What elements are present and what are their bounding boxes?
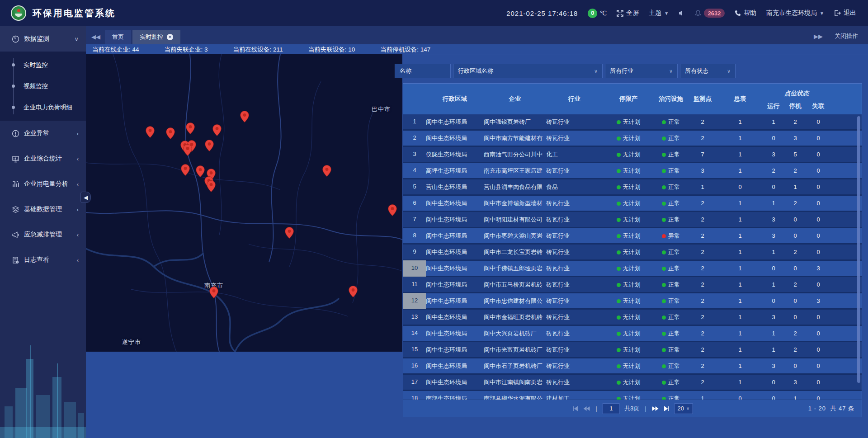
tab-label: 首页 xyxy=(112,33,124,41)
tabs-scroll-left-icon[interactable]: ◀◀ xyxy=(86,33,105,44)
table-body: 1 阆中生态环境局 阆中强锐页岩砖厂 砖瓦行业 无计划 正常 2 1 1 2 0… xyxy=(403,114,862,400)
logout-button[interactable]: 退出 xyxy=(834,9,856,17)
last-page-button[interactable] xyxy=(664,406,670,411)
first-page-button[interactable] xyxy=(572,406,579,411)
page-size-select[interactable]: 20 ∨ xyxy=(675,403,693,414)
help-button[interactable]: 帮助 xyxy=(735,9,756,17)
row-facility: 正常 xyxy=(654,248,688,256)
sidebar-group-数据监测[interactable]: 数据监测 ∨ xyxy=(0,26,86,52)
table-row[interactable]: 13 阆中生态环境局 阆中市金福旺页岩机砖 砖瓦行业 无计划 正常 2 1 3 … xyxy=(403,310,862,326)
notifications-button[interactable]: 2632 xyxy=(695,9,725,18)
map-pin-icon[interactable] xyxy=(146,126,155,138)
map-pin-icon[interactable] xyxy=(166,127,175,139)
sidebar-group-label: 企业综合统计 xyxy=(24,155,62,163)
table-scrollbar[interactable] xyxy=(857,116,860,383)
table-row[interactable]: 2 阆中生态环境局 阆中市南方节能建材有 砖瓦行业 无计划 正常 2 1 0 3… xyxy=(403,131,862,147)
fullscreen-button[interactable]: 全屏 xyxy=(617,9,639,17)
tab-label: 实时监控 xyxy=(140,33,163,41)
sidebar-group-日志查看[interactable]: 日志查看 ‹ xyxy=(0,247,86,273)
row-plan: 无计划 xyxy=(603,346,654,354)
chevron-icon: ‹ xyxy=(77,155,79,162)
sidebar-collapse-button[interactable]: ◀ xyxy=(80,192,91,203)
notification-count-badge: 2632 xyxy=(704,9,725,18)
facility-status-dot xyxy=(662,234,666,238)
map-pin-icon[interactable] xyxy=(322,165,331,177)
map-pin-icon[interactable] xyxy=(183,144,192,156)
page-input[interactable] xyxy=(603,403,620,414)
status-select[interactable]: 所有状态 ∨ xyxy=(680,64,736,78)
phone-icon xyxy=(735,10,741,16)
table-row[interactable]: 12 阆中生态环境局 阆中市忠信建材有限公 砖瓦行业 无计划 正常 2 1 0 … xyxy=(403,293,862,310)
theme-dropdown[interactable]: 主题 ▼ xyxy=(649,9,669,17)
table-row[interactable]: 18 南部生态环境局 南部县砌华水泥有限公 建材加工 无计划 正常 1 0 0 … xyxy=(403,391,862,400)
tab-close-icon[interactable]: ✕ xyxy=(167,34,173,40)
table-row[interactable]: 16 阆中生态环境局 阆中市石子页岩机砖厂 砖瓦行业 无计划 正常 2 1 3 … xyxy=(403,358,862,375)
table-row[interactable]: 4 高坪生态环境局 南充市高坪区王家店建 砖瓦行业 无计划 正常 3 1 2 2… xyxy=(403,163,862,179)
sidebar-item-实时监控[interactable]: 实时监控 xyxy=(0,54,86,75)
map-pin-icon[interactable] xyxy=(209,287,218,298)
row-company: 阆中市二龙长宝页岩砖 xyxy=(484,248,546,256)
region-select[interactable]: 行政区域名称 ∨ xyxy=(453,64,603,78)
tabs-scroll-right-icon[interactable]: ▶▶ xyxy=(814,33,823,40)
sidebar-item-企业电力负荷明细[interactable]: 企业电力负荷明细 xyxy=(0,97,86,118)
row-industry: 砖瓦行业 xyxy=(546,134,603,142)
sound-button[interactable] xyxy=(679,10,685,16)
map-pin-icon[interactable] xyxy=(285,227,294,239)
map-pin-icon[interactable] xyxy=(349,286,358,297)
sidebar-group-企业综合统计[interactable]: 企业综合统计 ‹ xyxy=(0,146,86,171)
close-operations-button[interactable]: 关闭操作 xyxy=(835,32,858,40)
sidebar-group-企业异常[interactable]: 企业异常 ‹ xyxy=(0,121,86,146)
table-row[interactable]: 14 阆中生态环境局 阆中大兴页岩机砖厂 砖瓦行业 无计划 正常 2 1 1 2… xyxy=(403,326,862,342)
name-search-input[interactable]: 名称 xyxy=(395,64,451,78)
table-row[interactable]: 11 阆中生态环境局 阆中市五马桥页岩机砖 砖瓦行业 无计划 正常 2 1 1 … xyxy=(403,277,862,293)
next-page-button[interactable] xyxy=(652,406,659,411)
row-halt: 3 xyxy=(784,135,806,141)
table-row[interactable]: 5 营山生态环境局 营山县润丰肉食品有限 食品 无计划 正常 1 0 0 1 0 xyxy=(403,179,862,196)
row-company: 营山县润丰肉食品有限 xyxy=(484,183,546,191)
tab-实时监控[interactable]: 实时监控 ✕ xyxy=(132,30,180,44)
map-pin-icon[interactable] xyxy=(240,111,249,122)
sidebar-group-企业用电量分析[interactable]: 企业用电量分析 ‹ xyxy=(0,171,86,197)
plan-status-dot xyxy=(617,120,621,124)
map-pin-icon[interactable] xyxy=(205,140,214,151)
row-plan: 无计划 xyxy=(603,216,654,224)
row-run: 0 xyxy=(763,265,784,272)
table-row[interactable]: 1 阆中生态环境局 阆中强锐页岩砖厂 砖瓦行业 无计划 正常 2 1 1 2 0 xyxy=(403,114,862,131)
map-pin-icon[interactable] xyxy=(388,204,397,216)
table-row[interactable]: 10 阆中生态环境局 阆中千佛镇五郎垭页岩 砖瓦行业 无计划 正常 2 1 0 … xyxy=(403,261,862,277)
row-lost: 0 xyxy=(806,118,830,125)
row-plan: 无计划 xyxy=(603,151,654,159)
row-lost: 0 xyxy=(806,184,830,190)
map-pin-icon[interactable] xyxy=(212,124,222,136)
row-index: 17 xyxy=(403,374,426,391)
table-row[interactable]: 3 仪陇生态环境局 西南油气田分公司川中 化工 无计划 正常 7 1 3 5 0 xyxy=(403,147,862,163)
sidebar-group-基础数据管理[interactable]: 基础数据管理 ‹ xyxy=(0,197,86,222)
col-region: 行政区域 xyxy=(426,84,484,114)
row-region: 阆中生态环境局 xyxy=(426,248,484,256)
industry-select[interactable]: 所有行业 ∨ xyxy=(605,64,678,78)
table-row[interactable]: 15 阆中生态环境局 阆中市光富页岩机砖厂 砖瓦行业 无计划 正常 2 1 1 … xyxy=(403,342,862,358)
row-company: 阆中市江南镇阆南页岩 xyxy=(484,378,546,386)
table-row[interactable]: 8 阆中生态环境局 阆中市枣碧大梁山页岩 砖瓦行业 无计划 异常 2 1 3 0… xyxy=(403,228,862,245)
sidebar-group-应急减排管理[interactable]: 应急减排管理 ‹ xyxy=(0,222,86,247)
table-row[interactable]: 7 阆中生态环境局 阆中明阳建材有限公司 砖瓦行业 无计划 正常 2 1 3 0… xyxy=(403,212,862,228)
row-halt: 2 xyxy=(784,330,806,337)
map-pin-icon[interactable] xyxy=(181,164,190,176)
sidebar-item-视频监控[interactable]: 视频监控 xyxy=(0,75,86,97)
map-canvas[interactable]: 巴中市南充市遂宁市 xyxy=(86,54,402,352)
plan-status-dot xyxy=(617,185,621,189)
table-row[interactable]: 17 阆中生态环境局 阆中市江南镇阆南页岩 砖瓦行业 无计划 正常 2 1 0 … xyxy=(403,375,862,391)
chevron-down-icon: ▼ xyxy=(664,11,669,16)
table-row[interactable]: 9 阆中生态环境局 阆中市二龙长宝页岩砖 砖瓦行业 无计划 正常 2 1 1 2… xyxy=(403,245,862,261)
tab-首页[interactable]: 首页 xyxy=(105,30,131,44)
table-row[interactable]: 6 阆中生态环境局 阆中市金博瑞新型墙材 砖瓦行业 无计划 正常 2 1 1 2… xyxy=(403,196,862,212)
tab-bar: ◀◀ 首页 实时监控 ✕ ▶▶ 关闭操作 xyxy=(86,26,868,44)
map-pin-icon[interactable] xyxy=(196,165,205,177)
org-dropdown[interactable]: 南充市生态环境局 ▼ xyxy=(766,9,824,17)
row-lost: 0 xyxy=(806,232,830,239)
map-pin-icon[interactable] xyxy=(207,180,216,192)
row-points: 3 xyxy=(688,167,717,174)
prev-page-button[interactable] xyxy=(583,406,590,411)
map-pin-icon[interactable] xyxy=(186,122,195,134)
col-company: 企业 xyxy=(484,84,546,114)
